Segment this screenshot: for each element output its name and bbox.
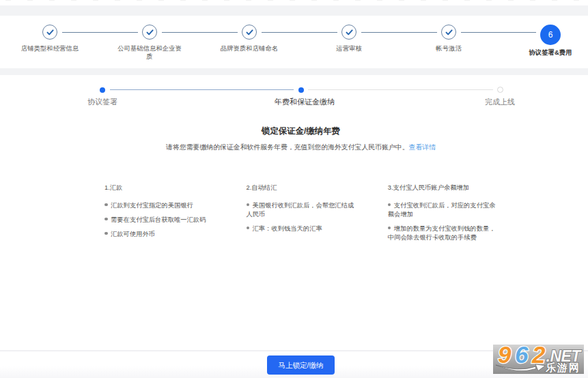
svg-text:乐游网: 乐游网 (545, 362, 580, 373)
svg-text:962: 962 (498, 345, 549, 368)
